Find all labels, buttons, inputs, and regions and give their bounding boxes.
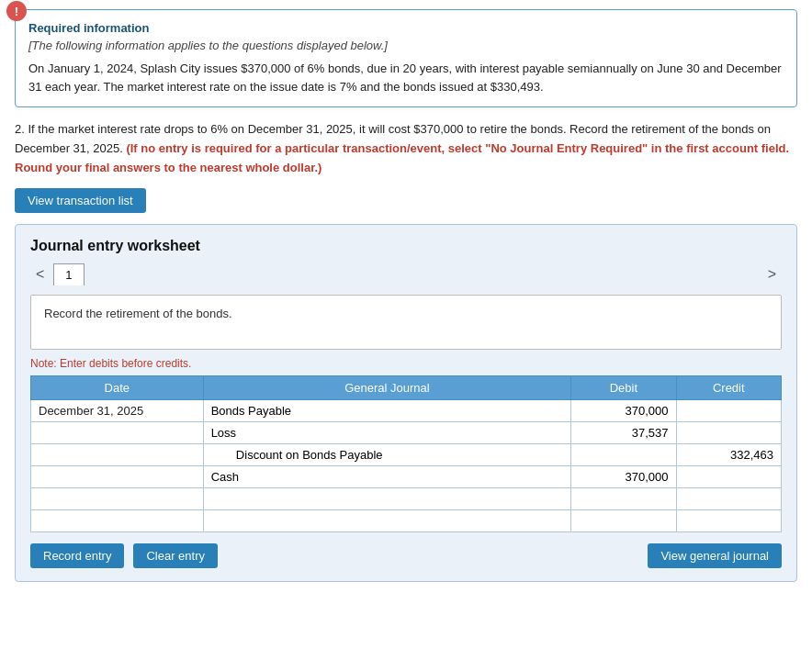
row1-account[interactable]	[203, 422, 570, 444]
row3-date	[31, 466, 204, 488]
row1-debit[interactable]	[571, 422, 676, 444]
row3-account-input[interactable]	[211, 470, 563, 484]
row1-account-input[interactable]	[211, 426, 563, 440]
row0-credit-input[interactable]	[684, 404, 773, 418]
row3-credit[interactable]	[676, 466, 781, 488]
journal-table: Date General Journal Debit Credit Decemb…	[30, 375, 782, 532]
row0-account-input[interactable]	[211, 404, 563, 418]
row2-credit[interactable]	[676, 444, 781, 466]
row2-debit[interactable]	[571, 444, 676, 466]
row3-debit-input[interactable]	[579, 470, 668, 484]
col-general-journal: General Journal	[203, 376, 570, 400]
note-text: Note: Enter debits before credits.	[30, 357, 782, 370]
worksheet-container: Journal entry worksheet < 1 > Record the…	[15, 224, 797, 582]
row2-credit-input[interactable]	[684, 448, 773, 462]
table-row: December 31, 2025	[31, 400, 782, 422]
row1-credit-input[interactable]	[684, 426, 773, 440]
row0-debit[interactable]	[571, 400, 676, 422]
row0-date: December 31, 2025	[31, 400, 204, 422]
col-credit: Credit	[676, 376, 781, 400]
tab-row: < 1 >	[30, 263, 782, 285]
row4-account-input[interactable]	[211, 492, 563, 506]
col-debit: Debit	[571, 376, 676, 400]
row0-account[interactable]	[203, 400, 570, 422]
exclamation-icon: !	[6, 1, 27, 21]
row3-account[interactable]	[203, 466, 570, 488]
table-row	[31, 510, 782, 532]
italic-note: [The following information applies to th…	[28, 39, 784, 52]
row5-credit-input[interactable]	[684, 514, 773, 528]
row5-debit[interactable]	[571, 510, 676, 532]
row5-debit-input[interactable]	[579, 514, 668, 528]
row1-debit-input[interactable]	[579, 426, 668, 440]
table-row	[31, 466, 782, 488]
row1-date	[31, 422, 204, 444]
table-row	[31, 422, 782, 444]
row2-account[interactable]	[203, 444, 570, 466]
row3-credit-input[interactable]	[684, 470, 773, 484]
view-transaction-list-button[interactable]: View transaction list	[15, 188, 146, 213]
worksheet-title: Journal entry worksheet	[30, 238, 782, 254]
record-entry-button[interactable]: Record entry	[30, 543, 124, 568]
row2-debit-input[interactable]	[579, 448, 668, 462]
info-body-text: On January 1, 2024, Splash City issues $…	[28, 60, 784, 95]
table-row	[31, 488, 782, 510]
info-box: ! Required information [The following in…	[15, 9, 797, 107]
question-bold-red: (If no entry is required for a particula…	[15, 141, 789, 174]
row5-account-input[interactable]	[211, 514, 563, 528]
row4-credit[interactable]	[676, 488, 781, 510]
col-date: Date	[31, 376, 204, 400]
clear-entry-button[interactable]: Clear entry	[133, 543, 218, 568]
row4-account[interactable]	[203, 488, 570, 510]
row4-date	[31, 488, 204, 510]
row5-credit[interactable]	[676, 510, 781, 532]
row5-date	[31, 510, 204, 532]
row2-account-input[interactable]	[211, 448, 563, 462]
bottom-buttons: Record entry Clear entry View general jo…	[30, 543, 782, 568]
required-info-title: Required information	[28, 21, 784, 35]
row4-debit-input[interactable]	[579, 492, 668, 506]
tab-prev-button[interactable]: <	[30, 264, 50, 285]
table-row	[31, 444, 782, 466]
row5-account[interactable]	[203, 510, 570, 532]
tab-1[interactable]: 1	[53, 263, 84, 285]
tab-next-button[interactable]: >	[762, 264, 782, 285]
row4-debit[interactable]	[571, 488, 676, 510]
question-text: 2. If the market interest rate drops to …	[15, 120, 797, 177]
row0-credit[interactable]	[676, 400, 781, 422]
row0-debit-input[interactable]	[579, 404, 668, 418]
row1-credit[interactable]	[676, 422, 781, 444]
row4-credit-input[interactable]	[684, 492, 773, 506]
view-general-journal-button[interactable]: View general journal	[648, 543, 782, 568]
record-description: Record the retirement of the bonds.	[30, 295, 782, 350]
row2-date	[31, 444, 204, 466]
row3-debit[interactable]	[571, 466, 676, 488]
